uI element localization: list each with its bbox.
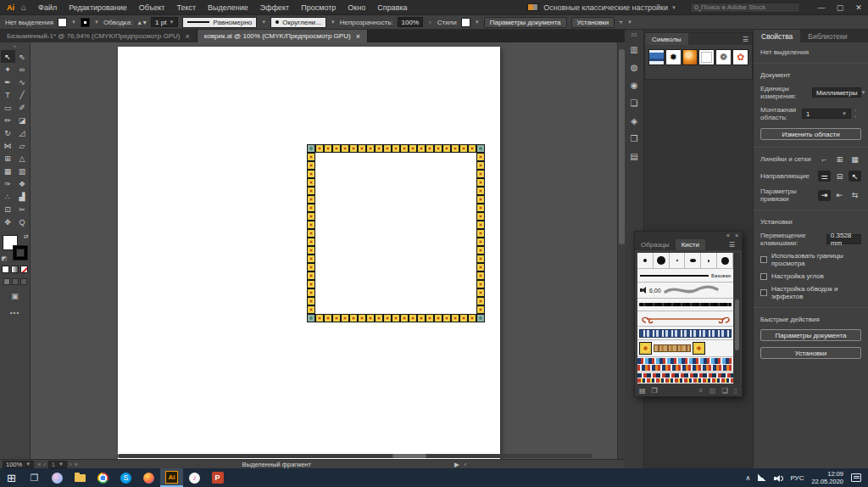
artboard-select[interactable]: 1▼: [802, 109, 851, 119]
tool-blend[interactable]: ❖: [15, 177, 30, 190]
checkbox-icon[interactable]: [760, 273, 767, 280]
tool-slice[interactable]: ✂: [15, 203, 30, 216]
tool-free-transform[interactable]: ▱: [15, 139, 30, 152]
taskbar-firefox[interactable]: [137, 468, 160, 487]
style-swatch[interactable]: [461, 18, 470, 27]
symbol-blank[interactable]: [698, 49, 715, 65]
tool-type[interactable]: T: [1, 88, 15, 101]
taskbar-powerpoint[interactable]: P: [206, 468, 229, 487]
taskbar-photos[interactable]: [46, 468, 69, 487]
checkbox-icon[interactable]: [760, 256, 767, 263]
brush-yellow-tile[interactable]: [637, 340, 733, 357]
canvas-vertical-scrollbar[interactable]: [617, 42, 625, 459]
tool-lasso[interactable]: ∞: [15, 63, 30, 76]
brush-options-icon[interactable]: ▨: [709, 387, 716, 395]
brush-list-scrollbar[interactable]: [734, 253, 740, 383]
edit-artboards-button[interactable]: Изменить области: [760, 128, 861, 140]
tool-eraser[interactable]: ◪: [15, 114, 30, 126]
chevron-down-icon[interactable]: ▼: [94, 20, 99, 25]
toolbar-collapse-icon[interactable]: »: [0, 42, 30, 50]
panel-tab[interactable]: Образцы: [635, 239, 676, 250]
panel-menu-icon[interactable]: ☰: [743, 36, 748, 43]
taskbar-explorer[interactable]: [69, 468, 92, 487]
brush-basic[interactable]: Базовая: [637, 269, 733, 283]
stroke-stepper[interactable]: ▲▼: [136, 20, 147, 25]
network-icon[interactable]: [758, 474, 766, 481]
brush-charcoal[interactable]: [637, 299, 733, 311]
show-guides-icon[interactable]: ⚌: [818, 171, 831, 182]
maximize-button[interactable]: ▢: [831, 3, 849, 12]
taskbar-illustrator[interactable]: Ai: [160, 468, 183, 487]
tool-hand[interactable]: ✥: [1, 216, 15, 228]
scrollbar-thumb[interactable]: [619, 49, 625, 244]
preference-checkbox[interactable]: Использовать границы просмотра: [760, 252, 861, 267]
tray-expand-icon[interactable]: ∧: [746, 474, 751, 482]
tool-line-segment[interactable]: ╱: [15, 88, 30, 101]
document-tab[interactable]: Безымянный-1* @ 76,94% (CMYK/Предпросмот…: [0, 30, 198, 42]
appearance-panel-icon[interactable]: ◉: [631, 76, 638, 94]
symbols-tab[interactable]: Символы: [645, 33, 688, 45]
home-icon[interactable]: ⌂: [21, 3, 26, 12]
chevron-down-icon[interactable]: ▼: [261, 20, 266, 25]
tool-symbol-sprayer[interactable]: ∴: [1, 190, 15, 203]
workspace-switcher[interactable]: Основные классические настройки ▼: [527, 3, 676, 12]
preferences-button[interactable]: Установки: [760, 347, 861, 359]
status-play-icon[interactable]: ▶: [454, 461, 459, 468]
preference-checkbox[interactable]: Настройка углов: [760, 272, 861, 280]
next-artboard-icon[interactable]: ›: [70, 461, 72, 468]
tool-rotate[interactable]: ↻: [1, 126, 15, 139]
minimize-button[interactable]: —: [812, 3, 831, 12]
menu-item[interactable]: Просмотр: [301, 3, 336, 12]
menu-item[interactable]: Эффект: [260, 3, 289, 12]
tool-shaper[interactable]: ✏: [1, 114, 15, 126]
close-button[interactable]: ✕: [849, 3, 868, 12]
libraries-panel-icon[interactable]: ❐: [652, 387, 658, 395]
panel-close-icon[interactable]: ×: [735, 232, 738, 238]
symbol-flower-red[interactable]: ✿: [732, 49, 748, 65]
checkbox-icon[interactable]: [760, 289, 767, 296]
menu-item[interactable]: Текст: [176, 3, 196, 12]
tool-eyedropper[interactable]: ✑: [1, 177, 15, 190]
brush-mosaic-2[interactable]: [637, 372, 733, 383]
symbol-flower-outline[interactable]: ❁: [715, 49, 732, 65]
gradient-panel-icon[interactable]: ▥: [630, 41, 637, 59]
graphic-styles-panel-icon[interactable]: ❏: [631, 94, 638, 112]
chevron-down-icon[interactable]: ▼: [627, 20, 632, 25]
screen-mode-icon[interactable]: ▣: [0, 292, 30, 300]
delete-brush-icon[interactable]: ▯: [734, 387, 737, 395]
zoom-field[interactable]: 100%▼: [3, 461, 34, 468]
document-tab[interactable]: коврик.ai @ 100% (CMYK/Предпросмотр GPU): [198, 30, 368, 42]
notification-center-icon[interactable]: [851, 473, 861, 482]
transparency-panel-icon[interactable]: ◍: [631, 59, 638, 76]
brush-ribbon[interactable]: [637, 311, 733, 327]
brush-calligraphic[interactable]: [670, 253, 686, 268]
panel-tab[interactable]: Кисти: [676, 239, 705, 250]
panel-tab[interactable]: Библиотеки: [800, 30, 854, 42]
previous-artboard-icon[interactable]: ‹: [43, 461, 46, 468]
tool-artboard[interactable]: ⊡: [1, 203, 15, 216]
first-artboard-icon[interactable]: «: [37, 461, 41, 468]
brush-charcoal-6[interactable]: 6,00: [637, 283, 733, 299]
draw-normal-icon[interactable]: [3, 278, 10, 285]
fill-swatch[interactable]: [58, 18, 67, 27]
last-artboard-icon[interactable]: »: [74, 461, 77, 468]
volume-icon[interactable]: [774, 474, 782, 482]
stock-search-input[interactable]: Поиск в Adobe Stock: [690, 3, 800, 13]
brush-calligraphic[interactable]: [654, 253, 670, 268]
taskbar-chrome[interactable]: [92, 468, 114, 487]
brush-calligraphic[interactable]: [717, 253, 733, 268]
document-setup-button[interactable]: Параметры документа: [760, 329, 861, 341]
artboard-number-field[interactable]: 1▼: [48, 461, 67, 468]
new-brush-icon[interactable]: ❏: [721, 387, 727, 395]
tool-rectangle[interactable]: ▭: [1, 101, 15, 114]
transparency-grid-icon[interactable]: ▦: [849, 154, 861, 165]
tool-direct-selection[interactable]: ⇖: [15, 50, 30, 63]
draw-behind-icon[interactable]: [12, 278, 19, 285]
brush-calligraphic[interactable]: [637, 253, 654, 268]
language-indicator[interactable]: РУС: [790, 474, 804, 482]
chevron-down-icon[interactable]: ▼: [331, 20, 336, 25]
snap-to-pixel-icon[interactable]: ⇤: [833, 190, 846, 201]
menu-item[interactable]: Редактирование: [69, 3, 127, 12]
tab-close-icon[interactable]: [356, 32, 360, 41]
panel-collapse-icon[interactable]: «: [726, 232, 730, 238]
